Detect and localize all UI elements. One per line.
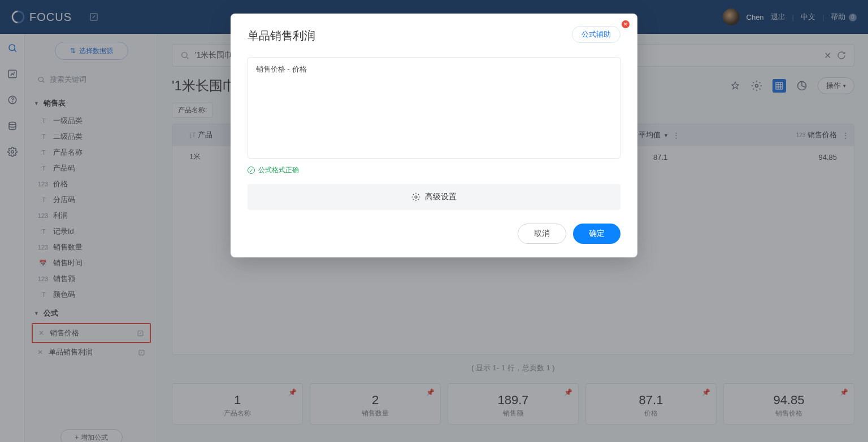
formula-modal: ✕ 单品销售利润 公式辅助 销售价格 - 价格 ✓ 公式格式正确 高级设置 取消… <box>231 14 637 257</box>
modal-title: 单品销售利润 <box>248 28 620 43</box>
check-icon: ✓ <box>248 167 255 174</box>
modal-overlay: ✕ 单品销售利润 公式辅助 销售价格 - 价格 ✓ 公式格式正确 高级设置 取消… <box>0 0 868 442</box>
advanced-settings-bar[interactable]: 高级设置 <box>248 184 620 210</box>
close-icon[interactable]: ✕ <box>622 20 630 28</box>
svg-point-14 <box>415 196 417 198</box>
formula-input[interactable]: 销售价格 - 价格 <box>248 57 620 159</box>
modal-actions: 取消 确定 <box>248 224 620 244</box>
cancel-button[interactable]: 取消 <box>518 224 566 244</box>
formula-help-button[interactable]: 公式辅助 <box>572 26 620 43</box>
confirm-button[interactable]: 确定 <box>573 224 620 244</box>
gear-icon <box>411 192 420 202</box>
formula-valid-message: ✓ 公式格式正确 <box>248 165 620 175</box>
